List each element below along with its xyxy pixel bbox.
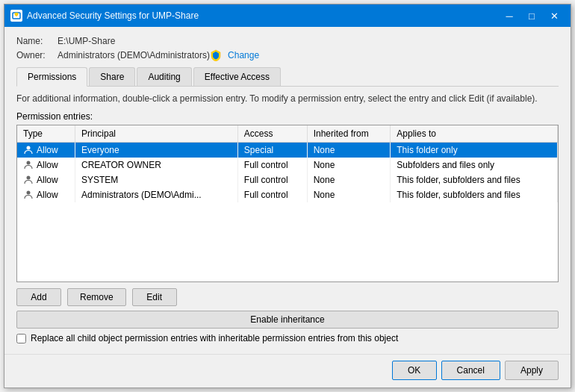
cell-applies: This folder only	[391, 142, 558, 158]
svg-point-2	[27, 161, 31, 164]
maximize-button[interactable]: □	[521, 8, 542, 23]
enable-inheritance-button[interactable]: Enable inheritance	[16, 311, 559, 329]
permissions-table: Type Principal Access Inherited from App…	[17, 125, 558, 202]
change-link[interactable]: Change	[228, 50, 259, 60]
cell-type: Allow	[17, 187, 75, 202]
cell-principal: SYSTEM	[75, 172, 237, 187]
col-principal: Principal	[75, 125, 237, 143]
add-button[interactable]: Add	[16, 288, 61, 306]
table-row[interactable]: Allow Administrators (DEMO\Admi... Full …	[17, 187, 558, 202]
svg-point-4	[27, 190, 31, 194]
col-type: Type	[17, 125, 75, 143]
replace-permissions-checkbox[interactable]	[16, 334, 26, 343]
title-bar: Advanced Security Settings for UMP-Share…	[4, 4, 571, 27]
permissions-table-container[interactable]: Type Principal Access Inherited from App…	[16, 125, 559, 282]
apply-button[interactable]: Apply	[505, 361, 559, 380]
window-title: Advanced Security Settings for UMP-Share	[27, 10, 499, 21]
cell-inherited: None	[307, 158, 391, 172]
owner-label: Owner:	[16, 50, 58, 60]
footer: OK Cancel Apply	[4, 354, 571, 388]
window-icon	[10, 10, 22, 22]
cell-access: Full control	[237, 158, 307, 172]
cell-principal: Everyone	[75, 142, 237, 158]
name-value: E:\UMP-Share	[58, 36, 115, 46]
section-label: Permission entries:	[16, 111, 559, 122]
col-inherited: Inherited from	[307, 125, 391, 143]
owner-row: Owner: Administrators (DEMO\Administrato…	[16, 49, 559, 61]
name-row: Name: E:\UMP-Share	[16, 36, 559, 46]
cell-type: Allow	[17, 158, 75, 172]
replace-permissions-label: Replace all child object permission entr…	[31, 333, 398, 343]
description-text: For additional information, double-click…	[16, 93, 559, 105]
cell-type: Allow	[17, 142, 75, 158]
cell-access: Special	[237, 142, 307, 158]
cell-inherited: None	[307, 172, 391, 187]
tab-permissions[interactable]: Permissions	[16, 67, 87, 87]
col-applies: Applies to	[391, 125, 558, 143]
tab-bar: Permissions Share Auditing Effective Acc…	[16, 67, 559, 87]
cell-principal: Administrators (DEMO\Admi...	[75, 187, 237, 202]
content-area: Name: E:\UMP-Share Owner: Administrators…	[4, 27, 571, 354]
col-access: Access	[237, 125, 307, 143]
tab-auditing[interactable]: Auditing	[137, 67, 191, 86]
table-row[interactable]: Allow SYSTEM Full control None This fold…	[17, 172, 558, 187]
close-button[interactable]: ✕	[544, 8, 565, 23]
tab-effective-access[interactable]: Effective Access	[193, 67, 281, 86]
table-row[interactable]: Allow CREATOR OWNER Full control None Su…	[17, 158, 558, 172]
shield-icon	[210, 49, 222, 61]
cell-type: Allow	[17, 172, 75, 187]
cell-inherited: None	[307, 142, 391, 158]
cell-principal: CREATOR OWNER	[75, 158, 237, 172]
remove-button[interactable]: Remove	[67, 288, 126, 306]
table-header-row: Type Principal Access Inherited from App…	[17, 125, 558, 143]
svg-point-3	[27, 175, 31, 179]
action-buttons: Add Remove Edit	[16, 288, 559, 306]
table-row[interactable]: Allow Everyone Special None This folder …	[17, 142, 558, 158]
edit-button[interactable]: Edit	[132, 288, 177, 306]
ok-button[interactable]: OK	[392, 361, 437, 380]
cell-inherited: None	[307, 187, 391, 202]
svg-point-1	[27, 146, 31, 149]
minimize-button[interactable]: ─	[499, 8, 520, 23]
main-window: Advanced Security Settings for UMP-Share…	[4, 4, 571, 388]
cell-applies: Subfolders and files only	[391, 158, 558, 172]
cell-applies: This folder, subfolders and files	[391, 187, 558, 202]
cancel-button[interactable]: Cancel	[441, 361, 500, 380]
cell-access: Full control	[237, 172, 307, 187]
cell-access: Full control	[237, 187, 307, 202]
tab-share[interactable]: Share	[89, 67, 135, 86]
owner-value: Administrators (DEMO\Administrators)	[58, 50, 210, 60]
cell-applies: This folder, subfolders and files	[391, 172, 558, 187]
replace-permissions-row: Replace all child object permission entr…	[16, 333, 559, 343]
window-controls: ─ □ ✕	[499, 8, 565, 23]
name-label: Name:	[16, 36, 58, 46]
